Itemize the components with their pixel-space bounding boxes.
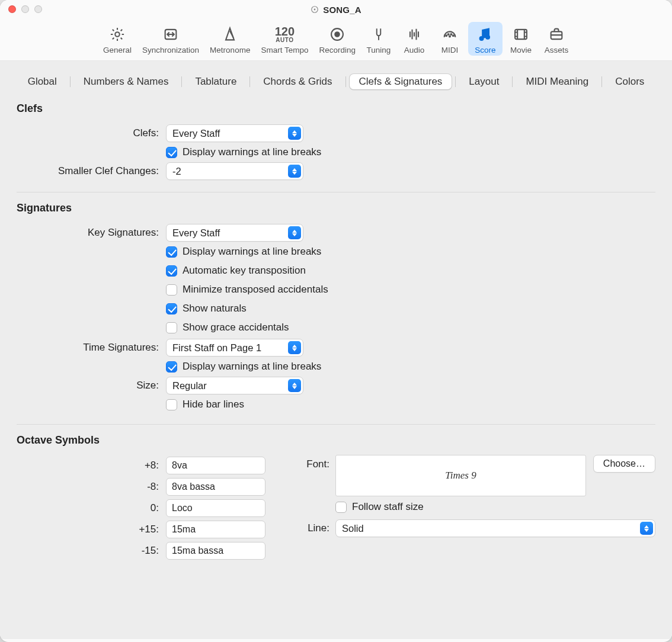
briefcase-icon bbox=[544, 24, 569, 44]
chevron-updown-icon bbox=[288, 127, 301, 140]
record-icon bbox=[325, 24, 350, 44]
clefs-warn-checkbox[interactable]: Display warnings at line breaks bbox=[166, 143, 655, 161]
titlebar: SONG_A bbox=[0, 0, 672, 19]
show-grace-accidentals-checkbox[interactable]: Show grace accidentals bbox=[166, 319, 655, 336]
section-title-clefs: Clefs bbox=[17, 102, 655, 115]
tab-chords-grids[interactable]: Chords & Grids bbox=[254, 74, 341, 89]
tab-divider bbox=[70, 76, 71, 87]
minimize-accidentals-checkbox[interactable]: Minimize transposed accidentals bbox=[166, 281, 655, 298]
tool-label: Smart Tempo bbox=[261, 46, 308, 54]
tool-smart-tempo[interactable]: 120 AUTO Smart Tempo bbox=[256, 22, 313, 56]
checkbox-icon bbox=[166, 361, 177, 373]
tab-divider bbox=[249, 76, 250, 87]
smaller-clef-label: Smaller Clef Changes: bbox=[17, 165, 160, 177]
tab-divider bbox=[512, 76, 513, 87]
choose-font-button[interactable]: Choose… bbox=[593, 455, 655, 473]
svg-point-7 bbox=[448, 34, 449, 35]
chevron-updown-icon bbox=[288, 341, 301, 354]
key-sig-label: Key Signatures: bbox=[17, 227, 160, 239]
tab-midi-meaning[interactable]: MIDI Meaning bbox=[516, 74, 598, 89]
window-controls bbox=[8, 5, 42, 13]
tool-label: MIDI bbox=[441, 46, 459, 54]
line-value: Solid bbox=[342, 523, 364, 534]
time-sig-value: First Staff on Page 1 bbox=[172, 342, 261, 354]
hide-bar-lines-checkbox[interactable]: Hide bar lines bbox=[166, 396, 655, 413]
tool-recording[interactable]: Recording bbox=[314, 22, 360, 56]
checkbox-label: Follow staff size bbox=[352, 501, 424, 513]
time-warn-checkbox[interactable]: Display warnings at line breaks bbox=[166, 358, 655, 375]
tool-general[interactable]: General bbox=[98, 22, 136, 56]
plus8-field[interactable]: 8va bbox=[166, 457, 265, 474]
tool-label: Metronome bbox=[210, 46, 250, 54]
score-tabs: Global Numbers & Names Tablature Chords … bbox=[17, 74, 655, 89]
window-title: SONG_A bbox=[311, 5, 361, 15]
tuning-fork-icon bbox=[366, 24, 391, 44]
zero-label: 0: bbox=[17, 502, 160, 514]
tool-assets[interactable]: Assets bbox=[539, 22, 574, 56]
show-naturals-checkbox[interactable]: Show naturals bbox=[166, 300, 655, 317]
line-popup[interactable]: Solid bbox=[335, 519, 655, 537]
gear-icon bbox=[105, 24, 130, 44]
font-label: Font: bbox=[295, 455, 329, 470]
chevron-updown-icon bbox=[288, 165, 301, 178]
tab-numbers-names[interactable]: Numbers & Names bbox=[74, 74, 178, 89]
tab-layout[interactable]: Layout bbox=[459, 74, 508, 89]
sync-icon bbox=[158, 24, 183, 44]
metronome-icon bbox=[217, 24, 242, 44]
tab-divider bbox=[455, 76, 456, 87]
tool-movie[interactable]: Movie bbox=[504, 22, 538, 56]
clefs-popup[interactable]: Every Staff bbox=[166, 124, 303, 142]
svg-point-12 bbox=[486, 36, 489, 39]
divider bbox=[17, 424, 655, 425]
tool-label: Recording bbox=[319, 46, 356, 54]
size-popup[interactable]: Regular bbox=[166, 377, 303, 394]
svg-rect-13 bbox=[515, 30, 527, 39]
tab-clefs-signatures[interactable]: Clefs & Signatures bbox=[350, 74, 452, 89]
zero-field[interactable]: Loco bbox=[166, 499, 265, 517]
tool-label: Synchronization bbox=[142, 46, 199, 54]
zoom-window-button[interactable] bbox=[34, 5, 42, 13]
window-title-text: SONG_A bbox=[323, 5, 361, 15]
minus15-field[interactable]: 15ma bassa bbox=[166, 542, 265, 560]
chevron-updown-icon bbox=[640, 522, 653, 535]
checkbox-label: Minimize transposed accidentals bbox=[183, 284, 328, 296]
svg-point-6 bbox=[446, 35, 447, 36]
tool-synchronization[interactable]: Synchronization bbox=[137, 22, 204, 56]
checkbox-label: Show naturals bbox=[183, 303, 247, 314]
plus15-field[interactable]: 15ma bbox=[166, 521, 265, 538]
time-sig-popup[interactable]: First Staff on Page 1 bbox=[166, 339, 303, 357]
tool-label: Audio bbox=[404, 46, 425, 54]
tool-tuning[interactable]: Tuning bbox=[361, 22, 396, 56]
tab-colors[interactable]: Colors bbox=[606, 74, 654, 89]
minus8-field[interactable]: 8va bassa bbox=[166, 478, 265, 496]
checkbox-icon bbox=[166, 265, 177, 277]
close-window-button[interactable] bbox=[8, 5, 16, 13]
tab-divider bbox=[181, 76, 182, 87]
tool-score[interactable]: Score bbox=[468, 22, 503, 56]
svg-point-11 bbox=[480, 37, 484, 40]
follow-staff-size-checkbox[interactable]: Follow staff size bbox=[335, 498, 655, 516]
plus8-label: +8: bbox=[17, 460, 160, 471]
waveform-icon bbox=[402, 24, 427, 44]
clefs-label: Clefs: bbox=[17, 127, 160, 139]
checkbox-label: Display warnings at line breaks bbox=[183, 246, 321, 258]
tab-global[interactable]: Global bbox=[18, 74, 66, 89]
key-warn-checkbox[interactable]: Display warnings at line breaks bbox=[166, 243, 655, 261]
smaller-clef-popup[interactable]: -2 bbox=[166, 162, 303, 180]
tool-metronome[interactable]: Metronome bbox=[205, 22, 255, 56]
clefs-popup-value: Every Staff bbox=[172, 128, 220, 139]
tool-label: Movie bbox=[510, 46, 532, 54]
midi-icon bbox=[437, 24, 462, 44]
tool-midi[interactable]: MIDI bbox=[433, 22, 467, 56]
key-sig-popup[interactable]: Every Staff bbox=[166, 224, 303, 242]
minimize-window-button[interactable] bbox=[21, 5, 29, 13]
checkbox-label: Hide bar lines bbox=[183, 399, 244, 410]
checkbox-label: Display warnings at line breaks bbox=[183, 361, 321, 373]
tab-tablature[interactable]: Tablature bbox=[185, 74, 246, 89]
time-sig-label: Time Signatures: bbox=[17, 342, 160, 354]
tool-audio[interactable]: Audio bbox=[397, 22, 431, 56]
font-preview: Times 9 bbox=[335, 455, 586, 496]
chevron-updown-icon bbox=[288, 226, 301, 239]
auto-key-transposition-checkbox[interactable]: Automatic key transposition bbox=[166, 262, 655, 280]
svg-point-8 bbox=[450, 34, 452, 35]
